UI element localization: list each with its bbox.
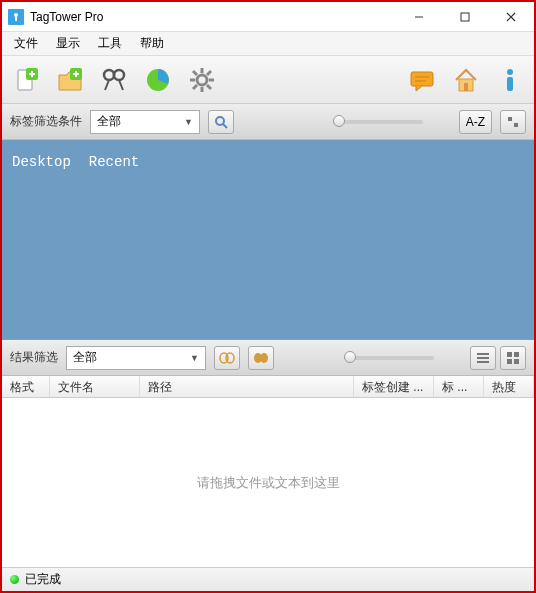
svg-line-24 bbox=[207, 71, 211, 75]
home-button[interactable] bbox=[450, 64, 482, 96]
svg-rect-45 bbox=[514, 352, 519, 357]
svg-line-34 bbox=[223, 124, 227, 128]
filter-search-button[interactable] bbox=[208, 110, 234, 134]
minimize-button[interactable] bbox=[396, 3, 442, 31]
filter-mode2-button[interactable] bbox=[248, 346, 274, 370]
expand-button[interactable] bbox=[500, 110, 526, 134]
chevron-down-icon: ▼ bbox=[190, 353, 199, 363]
svg-rect-46 bbox=[507, 359, 512, 364]
svg-point-38 bbox=[226, 353, 234, 363]
sort-az-label: A-Z bbox=[466, 115, 485, 129]
sort-az-button[interactable]: A-Z bbox=[459, 110, 492, 134]
col-tags[interactable]: 标 ... bbox=[434, 376, 484, 397]
search-button[interactable] bbox=[98, 64, 130, 96]
svg-rect-1 bbox=[15, 16, 17, 21]
new-folder-button[interactable] bbox=[54, 64, 86, 96]
grid-view-button[interactable] bbox=[500, 346, 526, 370]
status-text: 已完成 bbox=[25, 571, 61, 588]
tag-filter-combo[interactable]: 全部 ▼ bbox=[90, 110, 200, 134]
svg-line-23 bbox=[207, 85, 211, 89]
message-button[interactable] bbox=[406, 64, 438, 96]
svg-point-13 bbox=[104, 70, 114, 80]
svg-rect-44 bbox=[507, 352, 512, 357]
zoom-slider[interactable] bbox=[333, 120, 423, 124]
col-filename[interactable]: 文件名 bbox=[50, 376, 140, 397]
settings-button[interactable] bbox=[186, 64, 218, 96]
result-zoom-slider[interactable] bbox=[344, 356, 434, 360]
svg-rect-3 bbox=[461, 13, 469, 21]
result-filter-value: 全部 bbox=[73, 349, 97, 366]
svg-rect-30 bbox=[464, 83, 468, 91]
tag-filter-value: 全部 bbox=[97, 113, 121, 130]
svg-line-22 bbox=[193, 71, 197, 75]
main-toolbar bbox=[2, 56, 534, 104]
result-filter-label: 结果筛选 bbox=[10, 349, 58, 366]
close-button[interactable] bbox=[488, 3, 534, 31]
new-file-button[interactable] bbox=[10, 64, 42, 96]
svg-line-25 bbox=[193, 85, 197, 89]
svg-point-40 bbox=[260, 353, 268, 363]
info-button[interactable] bbox=[494, 64, 526, 96]
chevron-down-icon: ▼ bbox=[184, 117, 193, 127]
list-view-button[interactable] bbox=[470, 346, 496, 370]
svg-rect-36 bbox=[514, 123, 518, 127]
maximize-button[interactable] bbox=[442, 3, 488, 31]
app-icon bbox=[8, 9, 24, 25]
menu-help[interactable]: 帮助 bbox=[132, 32, 172, 55]
stats-button[interactable] bbox=[142, 64, 174, 96]
tag-item[interactable]: Desktop bbox=[12, 154, 71, 170]
result-filter-bar: 结果筛选 全部 ▼ bbox=[2, 340, 534, 376]
results-drop-area[interactable]: 请拖拽文件或文本到这里 bbox=[2, 398, 534, 567]
menu-view[interactable]: 显示 bbox=[48, 32, 88, 55]
status-bar: 已完成 bbox=[2, 567, 534, 591]
tag-filter-bar: 标签筛选条件 全部 ▼ A-Z bbox=[2, 104, 534, 140]
tags-panel: Desktop Recent bbox=[2, 140, 534, 340]
tag-filter-label: 标签筛选条件 bbox=[10, 113, 82, 130]
results-table-header: 格式 文件名 路径 标签创建 ... 标 ... 热度 bbox=[2, 376, 534, 398]
menu-tools[interactable]: 工具 bbox=[90, 32, 130, 55]
filter-mode1-button[interactable] bbox=[214, 346, 240, 370]
status-led-icon bbox=[10, 575, 19, 584]
menu-bar: 文件 显示 工具 帮助 bbox=[2, 32, 534, 56]
col-tag-created[interactable]: 标签创建 ... bbox=[354, 376, 434, 397]
svg-point-17 bbox=[197, 75, 207, 85]
svg-rect-32 bbox=[507, 77, 513, 91]
svg-point-33 bbox=[216, 117, 224, 125]
result-filter-combo[interactable]: 全部 ▼ bbox=[66, 346, 206, 370]
tag-item[interactable]: Recent bbox=[89, 154, 139, 170]
title-bar: TagTower Pro bbox=[2, 2, 534, 32]
svg-point-31 bbox=[507, 69, 513, 75]
svg-rect-47 bbox=[514, 359, 519, 364]
menu-file[interactable]: 文件 bbox=[6, 32, 46, 55]
drop-placeholder: 请拖拽文件或文本到这里 bbox=[197, 474, 340, 492]
svg-rect-35 bbox=[508, 117, 512, 121]
svg-rect-26 bbox=[411, 72, 433, 86]
col-heat[interactable]: 热度 bbox=[484, 376, 534, 397]
col-format[interactable]: 格式 bbox=[2, 376, 50, 397]
window-title: TagTower Pro bbox=[30, 10, 103, 24]
svg-point-14 bbox=[114, 70, 124, 80]
col-path[interactable]: 路径 bbox=[140, 376, 354, 397]
